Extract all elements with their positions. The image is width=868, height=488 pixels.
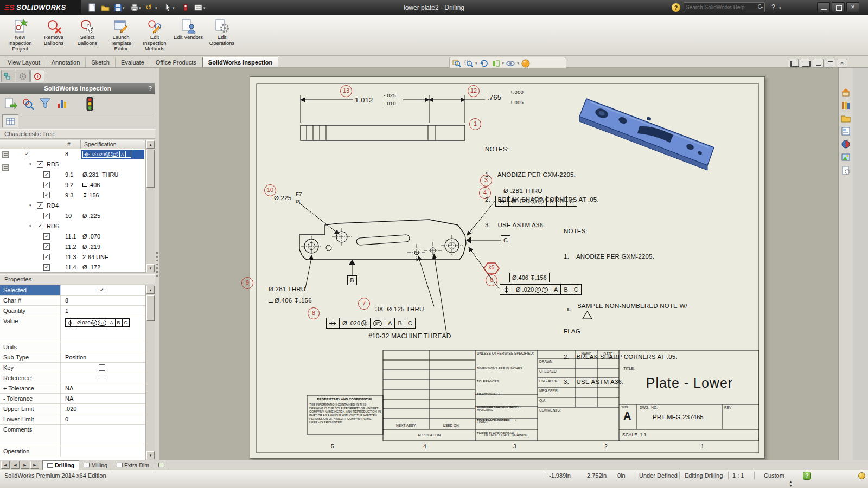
tree-row-9-3[interactable]: ✓ 9.3 ↧.156 — [0, 190, 145, 201]
checkbox[interactable]: ✓ — [24, 151, 30, 157]
checkbox[interactable]: ✓ — [43, 213, 50, 219]
datum-b[interactable]: B — [347, 275, 357, 285]
tab-office-products[interactable]: Office Products — [150, 57, 202, 67]
filter-balloons-icon[interactable] — [38, 97, 52, 111]
save-menu-caret-icon[interactable]: ▾ — [123, 6, 125, 10]
doc-restore-button[interactable] — [825, 59, 835, 68]
panel-help-icon[interactable]: ? — [149, 83, 152, 94]
scroll-down-icon[interactable]: ▼ — [146, 264, 155, 272]
callout-281b[interactable]: Ø.281 THRU — [269, 286, 305, 292]
status-help-icon[interactable]: ? — [803, 472, 811, 480]
thread-note[interactable]: #10-32 MACHINE THREAD — [368, 332, 451, 340]
next-sheet-button[interactable]: ▶ — [21, 461, 29, 469]
select-arrow-icon[interactable] — [163, 3, 173, 12]
tree-row-9-1[interactable]: ✓ 9.1 Ø.281 THRU — [0, 170, 145, 180]
dimension-1012[interactable]: 1.012 — [355, 96, 373, 104]
print-icon[interactable] — [129, 3, 139, 12]
view-settings-icon[interactable] — [520, 58, 531, 69]
tree-row-11-4[interactable]: ✓ 11.4 Ø .172 — [0, 262, 145, 273]
tree-row-9-2[interactable]: ✓ 9.2 .406 — [0, 180, 145, 190]
datum-c[interactable]: C — [501, 235, 510, 245]
callout-125[interactable]: 3X Ø.125 THRU — [375, 306, 424, 312]
tree-row-11-1[interactable]: ✓ 11.1 Ø .070 — [0, 232, 145, 242]
reference-checkbox[interactable] — [99, 375, 105, 381]
prop-row-key[interactable]: Key — [0, 363, 145, 373]
prop-row-units[interactable]: Units — [0, 342, 145, 352]
expand-icon[interactable]: ▾ — [29, 203, 31, 208]
tab-sketch[interactable]: Sketch — [86, 57, 116, 67]
prop-row-minus-tolerance[interactable]: - Tolerance NA — [0, 394, 145, 404]
undo-icon[interactable]: ↺ — [145, 3, 152, 11]
task-pane-appearances-icon[interactable] — [841, 139, 851, 149]
task-pane-file-explorer-icon[interactable] — [841, 113, 851, 123]
tab-feature-manager[interactable] — [1, 70, 15, 82]
status-configuration[interactable]: Custom — [764, 472, 784, 479]
launch-template-editor-button[interactable]: Launch Template Editor — [104, 17, 138, 54]
last-sheet-button[interactable]: ▶ — [30, 461, 39, 469]
restore-button[interactable] — [832, 2, 845, 12]
help-menu-caret-icon[interactable]: ▾ — [779, 6, 781, 10]
help-icon[interactable]: ? — [771, 3, 775, 11]
tab-solidworks-inspection[interactable]: SolidWorks Inspection — [202, 57, 278, 67]
tree-row-10[interactable]: ✓ 10 Ø .225 — [0, 211, 145, 221]
balloon-1[interactable]: 1 — [469, 118, 481, 130]
search-box[interactable]: ▾ — [684, 2, 765, 12]
add-sheet-tab[interactable] — [154, 460, 169, 470]
tab-annotation[interactable]: Annotation — [46, 57, 86, 67]
prop-row-selected[interactable]: Selected ✓ — [0, 285, 145, 296]
help-ball-icon[interactable]: ? — [672, 3, 680, 12]
open-icon[interactable] — [100, 3, 110, 12]
graphics-area[interactable]: 1.012 -.025 -.010 .765 +.000 +.005 13 12… — [159, 68, 838, 460]
tab-inspection-manager[interactable] — [30, 70, 44, 82]
tree-group-rd5[interactable]: ▾ ✓ RD5 — [0, 159, 145, 170]
fcf-position-lf[interactable]: Ø .020LF A B C — [495, 196, 577, 207]
sheet-tab-milling[interactable]: Milling — [79, 460, 112, 470]
column-specification[interactable]: Specification — [84, 141, 117, 147]
prev-sheet-button[interactable]: ◀ — [11, 461, 20, 469]
zoom-fit-icon[interactable] — [451, 58, 462, 69]
edit-operations-button[interactable]: Edit Operations — [205, 17, 239, 54]
balloon-9[interactable]: 9 — [241, 277, 253, 289]
print-menu-caret-icon[interactable]: ▾ — [139, 6, 141, 10]
section-view-icon[interactable] — [490, 58, 501, 69]
column-number[interactable]: # — [67, 141, 71, 147]
options-icon[interactable] — [193, 3, 203, 12]
tree-group-rd6[interactable]: ▾ ✓ RD6 — [0, 221, 145, 232]
tab-view-layout[interactable]: View Layout — [2, 57, 46, 67]
select-menu-caret-icon[interactable]: ▾ — [173, 6, 175, 10]
expand-icon[interactable]: ▾ — [29, 162, 31, 166]
new-document-icon[interactable] — [87, 3, 97, 12]
rebuild-icon[interactable] — [180, 3, 190, 12]
scroll-up-icon[interactable]: ▲ — [146, 140, 155, 149]
export-report-icon[interactable] — [3, 97, 17, 111]
balloon-13[interactable]: 13 — [340, 85, 352, 97]
search-input[interactable] — [686, 4, 757, 10]
checkbox[interactable]: ✓ — [43, 171, 50, 178]
tab-property-manager[interactable] — [16, 70, 30, 82]
callout-225[interactable]: Ø.225 — [274, 195, 291, 201]
checkbox[interactable]: ✓ — [37, 161, 43, 168]
find-balloon-icon[interactable] — [21, 97, 35, 111]
prop-row-subtype[interactable]: Sub-Type Position — [0, 352, 145, 363]
tree-row-char-8[interactable]: ✓ 8 Ø.020MST A — [0, 149, 145, 159]
callout-406[interactable]: Ø.406 ↧.156 — [509, 273, 550, 282]
edit-vendors-button[interactable]: Edit Vendors — [171, 17, 205, 54]
task-pane-view-palette-icon[interactable] — [841, 126, 851, 136]
remove-balloons-button[interactable]: Remove Balloons — [37, 17, 71, 54]
checkbox[interactable]: ✓ — [43, 233, 50, 240]
notes-side[interactable]: NOTES: 1. ANODIZE PER GXM-2205. B. SAMPL… — [564, 210, 687, 403]
prop-row-comments[interactable]: Comments — [0, 425, 145, 446]
balloon-6[interactable]: 6 — [486, 274, 497, 286]
hide-show-menu-caret-icon[interactable]: ▾ — [517, 61, 519, 66]
tab-evaluate[interactable]: Evaluate — [116, 57, 150, 67]
doc-minimize-button[interactable] — [813, 59, 824, 68]
task-pane-custom-properties-icon[interactable] — [841, 165, 851, 175]
prop-row-char[interactable]: Char # 8 — [0, 296, 145, 306]
prop-row-value[interactable]: Value Ø.020MST A B C — [0, 316, 145, 342]
fcf-position-mst[interactable]: Ø .020M ST A B C — [326, 318, 416, 329]
new-inspection-project-button[interactable]: New Inspection Project — [3, 17, 37, 54]
tree-group-rd4[interactable]: ▾ ✓ RD4 — [0, 201, 145, 211]
checkbox[interactable]: ✓ — [43, 264, 50, 271]
tree-scrollbar[interactable]: ▲ ▼ — [145, 140, 155, 273]
prop-row-reference[interactable]: Reference: — [0, 373, 145, 383]
